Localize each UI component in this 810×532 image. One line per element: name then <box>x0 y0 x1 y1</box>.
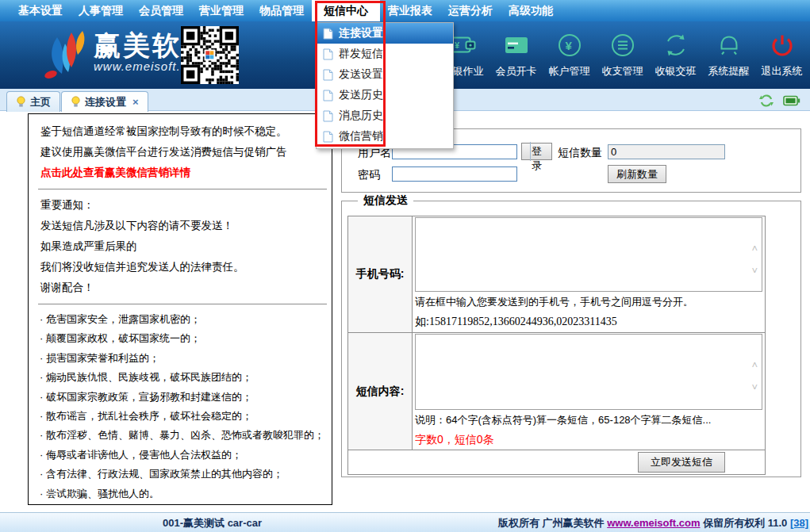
version-link[interactable]: [38] <box>790 517 808 529</box>
divider <box>38 304 327 304</box>
power-icon <box>768 31 797 59</box>
sms-center-dropdown: 连接设置 群发短信 发送设置 发送历史 消息历史 微信营销 <box>316 22 454 149</box>
lightbulb-icon <box>16 96 26 108</box>
prohibited-item: · 损害国家荣誉和利益的； <box>29 349 332 368</box>
prohibited-item: · 煽动民族仇恨、民族歧视，破坏民族团结的； <box>29 368 332 387</box>
dropdown-item-connection-settings[interactable]: 连接设置 <box>317 23 453 44</box>
dropdown-item-label: 消息历史 <box>339 109 383 123</box>
page-icon <box>323 110 333 122</box>
toolbar-label: 系统提醒 <box>708 64 750 78</box>
phone-example: 如:15817119852,13660244936,02023311435 <box>415 312 762 331</box>
password-label: 密码 <box>358 168 380 182</box>
login-button[interactable]: 登录 <box>521 143 552 160</box>
menu-item-reports[interactable]: 营业报表 <box>380 0 440 21</box>
toolbar-label: 退出系统 <box>762 64 803 78</box>
phone-numbers-textarea[interactable] <box>416 218 762 291</box>
phone-hint: 请在框中输入您要发送到的手机号，手机号之间用逗号分开。 <box>415 292 762 312</box>
menu-item-analysis[interactable]: 运营分析 <box>440 0 501 21</box>
page-icon <box>323 131 333 143</box>
emeisoft-link[interactable]: www.emeisoft.com <box>607 517 700 529</box>
content-textarea-wrap: ˄ ˅ <box>415 334 762 410</box>
toolbar-label: 收支管理 <box>602 64 643 78</box>
toolbar-exit-system[interactable]: 退出系统 <box>755 21 808 89</box>
sms-count-label: 短信数量 <box>558 146 602 160</box>
dropdown-item-wechat-marketing[interactable]: 微信营销 <box>317 126 453 147</box>
prohibited-item: · 散布谣言，扰乱社会秩序，破坏社会稳定的； <box>29 407 332 426</box>
shift-sync-icon <box>662 31 690 59</box>
toolbar-income-expense[interactable]: 收支管理 <box>596 21 649 89</box>
dropdown-item-send-history[interactable]: 发送历史 <box>317 85 453 105</box>
system-bell-icon <box>715 31 743 59</box>
notice-warning-line: 谢谢配合！ <box>29 277 332 298</box>
notice-warning-line: 重要通知： <box>29 195 332 216</box>
phone-textarea-wrap: ˄ ˅ <box>415 217 762 292</box>
toolbar-system-alert[interactable]: 系统提醒 <box>702 21 755 89</box>
sms-send-legend: 短信发送 <box>358 193 413 208</box>
dropdown-item-label: 群发短信 <box>339 47 383 61</box>
notice-warning-line: 发送短信凡涉及以下内容的请不要发送！ <box>29 216 332 236</box>
menu-item-business[interactable]: 营业管理 <box>191 0 251 21</box>
income-expense-icon <box>608 31 637 59</box>
svg-text:¥: ¥ <box>565 39 572 52</box>
account-yen-icon: ¥ <box>555 31 584 59</box>
wechat-promo-link[interactable]: 点击此处查看赢美微信营销详情 <box>29 163 332 183</box>
toolbar-account-mgmt[interactable]: ¥ 帐户管理 <box>543 21 596 89</box>
svg-text:¥: ¥ <box>455 40 460 50</box>
toolbar-label: 收银交班 <box>655 64 697 78</box>
notice-warning-line: 如果造成严重后果的 <box>29 236 332 257</box>
char-count-status: 字数0，短信0条 <box>415 430 762 449</box>
toolbar-shift-change[interactable]: 收银交班 <box>649 21 702 89</box>
send-sms-button[interactable]: 立即发送短信 <box>638 452 725 473</box>
prohibited-item: · 散布淫秽、色情、赌博、暴力、凶杀、恐怖或者教唆犯罪的； <box>29 426 332 445</box>
menu-bar: 基本设置 人事管理 会员管理 营业管理 物品管理 短信中心 营业报表 运营分析 … <box>0 0 810 21</box>
dropdown-item-label: 微信营销 <box>339 129 383 144</box>
menu-item-basic-settings[interactable]: 基本设置 <box>10 0 71 21</box>
prohibited-item: · 颠覆国家政权，破坏国家统一的； <box>29 329 332 348</box>
content-label: 短信内容: <box>348 333 413 450</box>
dropdown-item-bulk-sms[interactable]: 群发短信 <box>317 44 453 64</box>
tab-label: 连接设置 <box>85 95 126 109</box>
menu-item-members[interactable]: 会员管理 <box>131 0 191 21</box>
sms-count-field <box>608 144 725 159</box>
scroll-up-icon[interactable]: ˄ <box>751 243 758 254</box>
password-input[interactable] <box>392 166 517 182</box>
tab-label: 主页 <box>30 95 51 109</box>
divider <box>530 142 531 161</box>
page-icon <box>323 90 333 101</box>
scroll-down-icon[interactable]: ˅ <box>751 266 758 276</box>
menu-item-advanced[interactable]: 高级功能 <box>501 0 561 21</box>
tab-home[interactable]: 主页 <box>6 91 60 112</box>
notice-intro-line: 建议使用赢美微信平台进行发送消费短信与促销广告 <box>29 142 332 163</box>
toolbar-label: 会员开卡 <box>496 64 537 78</box>
battery-icon[interactable] <box>783 95 800 106</box>
dropdown-item-label: 连接设置 <box>339 26 383 40</box>
toolbar-member-card[interactable]: 会员开卡 <box>489 21 543 89</box>
store-info: 001-赢美测试 car-car <box>163 516 262 530</box>
dropdown-item-send-settings[interactable]: 发送设置 <box>317 64 453 85</box>
dropdown-item-label: 发送设置 <box>339 67 383 82</box>
page-icon <box>323 48 333 60</box>
phone-label: 手机号码: <box>348 216 413 333</box>
qr-code <box>181 26 239 84</box>
tab-close-icon[interactable]: × <box>132 96 139 108</box>
copyright-suffix: 保留所有权利 11.0 <box>701 517 790 529</box>
scroll-down-icon[interactable]: ˅ <box>751 382 758 392</box>
notice-panel: 鉴于短信通道经常被国家控制导致有的时候不稳定。 建议使用赢美微信平台进行发送消费… <box>28 113 332 505</box>
sms-content-textarea[interactable] <box>416 335 762 409</box>
refresh-count-button[interactable]: 刷新数量 <box>608 165 666 183</box>
menu-item-goods[interactable]: 物品管理 <box>251 0 312 21</box>
menu-item-hr[interactable]: 人事管理 <box>71 0 131 21</box>
menu-item-sms-center[interactable]: 短信中心 <box>312 0 380 21</box>
scroll-up-icon[interactable]: ˄ <box>751 360 758 370</box>
refresh-icon[interactable] <box>759 94 774 107</box>
copyright-text: 版权所有 广州赢美软件 www.emeisoft.com 保留所有权利 11.0… <box>498 516 808 530</box>
page-icon <box>323 28 333 40</box>
notice-warning-line: 我们将没收短信并追究发送人的法律责任。 <box>29 257 332 277</box>
brand-logo-icon <box>41 28 90 80</box>
notice-intro-line: 鉴于短信通道经常被国家控制导致有的时候不稳定。 <box>29 121 332 142</box>
prohibited-item: · 危害国家安全，泄露国家机密的； <box>29 310 332 329</box>
tab-connection-settings[interactable]: 连接设置 × <box>61 91 148 112</box>
sms-form-table: 手机号码: ˄ ˅ 请在框中输入您要发送到的手机号，手机号之间用逗号分开。 如:… <box>347 216 766 475</box>
copyright-prefix: 版权所有 广州赢美软件 <box>498 517 607 529</box>
dropdown-item-message-history[interactable]: 消息历史 <box>317 105 453 126</box>
